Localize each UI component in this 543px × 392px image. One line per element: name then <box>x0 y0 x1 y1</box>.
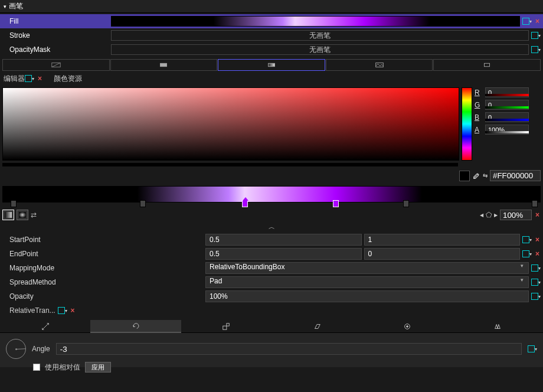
expand-up-icon[interactable]: ︿ <box>0 221 543 233</box>
brush-label: Stroke <box>2 31 109 40</box>
relative-label: 使用相对值 <box>45 362 80 373</box>
marker-icon[interactable]: ▾ <box>531 32 541 39</box>
channel-r-label: R <box>475 89 482 97</box>
prop-label: EndPoint <box>2 250 203 258</box>
current-color-swatch[interactable] <box>459 171 470 181</box>
gradient-stop[interactable] <box>403 200 409 207</box>
next-stop-icon[interactable]: ▶ <box>494 213 498 218</box>
svg-line-1 <box>52 63 60 67</box>
spreadmethod-select[interactable]: Pad <box>205 276 529 288</box>
close-icon[interactable]: × <box>37 74 43 83</box>
channel-b-label: B <box>475 113 482 122</box>
marker-icon[interactable]: ▾ <box>531 279 541 286</box>
gradient-stop[interactable] <box>140 200 146 207</box>
apply-button[interactable]: 应用 <box>85 362 111 373</box>
channel-a-label: A <box>475 126 482 134</box>
linear-gradient-icon[interactable] <box>2 210 14 220</box>
opacitymask-preview[interactable]: 无画笔 <box>111 44 529 55</box>
marker-icon[interactable]: ▾ <box>522 236 532 243</box>
stop-marker-icon: ⬠ <box>486 211 492 219</box>
brush-label: Fill <box>2 17 109 25</box>
fill-preview[interactable] <box>111 16 520 27</box>
tab-skew[interactable] <box>272 320 362 333</box>
tab-resource[interactable] <box>433 59 541 71</box>
gradient-stop[interactable] <box>532 200 538 207</box>
prev-stop-icon[interactable]: ◀ <box>480 213 483 218</box>
alpha-bar <box>2 163 458 166</box>
svg-rect-2 <box>161 63 167 66</box>
tab-none[interactable] <box>2 59 110 71</box>
section-header[interactable]: ▾ 画笔 <box>0 0 543 13</box>
svg-point-11 <box>407 325 408 327</box>
section-title: 画笔 <box>9 1 23 11</box>
angle-dial[interactable] <box>6 339 26 359</box>
startpoint-y-input[interactable] <box>364 234 521 246</box>
tab-center[interactable] <box>362 320 452 333</box>
reverse-stops-icon[interactable]: ⇄ <box>31 211 37 219</box>
marker-icon[interactable]: ▾ <box>531 264 541 272</box>
gradient-stop[interactable] <box>333 200 339 207</box>
brush-label: OpacityMask <box>2 45 109 54</box>
svg-rect-5 <box>485 63 490 66</box>
svg-rect-8 <box>223 326 227 329</box>
startpoint-x-input[interactable] <box>205 234 362 246</box>
endpoint-y-input[interactable] <box>364 248 521 260</box>
brush-row-fill[interactable]: Fill ▾ × <box>0 14 543 28</box>
angle-input[interactable] <box>56 343 522 355</box>
gradient-stop[interactable] <box>242 200 248 207</box>
relative-checkbox[interactable] <box>33 364 40 371</box>
reset-icon[interactable]: × <box>70 306 76 315</box>
svg-rect-3 <box>269 63 275 66</box>
marker-icon[interactable]: ▾ <box>522 18 532 25</box>
reset-icon[interactable]: × <box>534 17 541 25</box>
prop-label: Opacity <box>2 292 203 300</box>
tab-tile[interactable] <box>326 59 433 71</box>
tab-flip[interactable] <box>453 320 543 333</box>
angle-label: Angle <box>32 345 50 353</box>
delete-stop-icon[interactable]: × <box>534 211 541 219</box>
saturation-value-picker[interactable] <box>2 87 459 161</box>
gradient-stop[interactable] <box>11 200 17 207</box>
tab-scale[interactable] <box>181 320 272 333</box>
marker-icon[interactable]: ▾ <box>522 250 532 257</box>
prop-label: SpreadMethod <box>2 278 203 286</box>
eyedropper-icon[interactable] <box>472 172 480 180</box>
marker-icon[interactable]: ▾ <box>531 46 541 53</box>
brush-type-tabs <box>0 58 543 72</box>
editor-label: 编辑器 <box>4 74 25 84</box>
brush-row-stroke[interactable]: Stroke 无画笔 ▾ <box>0 28 543 43</box>
svg-rect-6 <box>5 212 12 218</box>
prop-label: MappingMode <box>2 264 203 272</box>
tab-translate[interactable] <box>0 320 90 333</box>
prop-label: StartPoint <box>2 236 203 244</box>
svg-rect-7 <box>19 212 26 218</box>
prop-label: RelativeTran... <box>9 306 55 315</box>
color-resource-label[interactable]: 颜色资源 <box>54 74 82 84</box>
reset-icon[interactable]: × <box>534 236 541 244</box>
gradient-editor[interactable] <box>2 186 541 202</box>
tab-rotate[interactable] <box>90 320 181 333</box>
brush-row-opacitymask[interactable]: OpacityMask 无画笔 ▾ <box>0 43 543 57</box>
tab-solid[interactable] <box>110 59 218 71</box>
opacity-input[interactable] <box>205 290 529 302</box>
marker-icon[interactable]: ▾ <box>528 345 537 352</box>
marker-icon[interactable]: ▾ <box>25 75 34 82</box>
tab-gradient[interactable] <box>218 59 325 71</box>
collapse-icon: ▾ <box>4 4 6 9</box>
hue-slider[interactable] <box>462 87 472 161</box>
stroke-preview[interactable]: 无画笔 <box>111 30 529 41</box>
marker-icon[interactable]: ▾ <box>531 293 541 300</box>
reset-icon[interactable]: × <box>534 250 541 258</box>
hex-input[interactable] <box>490 170 541 181</box>
marker-icon[interactable]: ▾ <box>58 307 67 314</box>
swap-icon[interactable]: ⇆ <box>483 172 488 179</box>
svg-rect-9 <box>227 323 229 325</box>
radial-gradient-icon[interactable] <box>17 210 28 220</box>
stop-position-input[interactable] <box>500 210 532 220</box>
channel-g-label: G <box>475 101 482 109</box>
mappingmode-select[interactable]: RelativeToBoundingBox <box>205 262 529 274</box>
endpoint-x-input[interactable] <box>205 248 362 260</box>
